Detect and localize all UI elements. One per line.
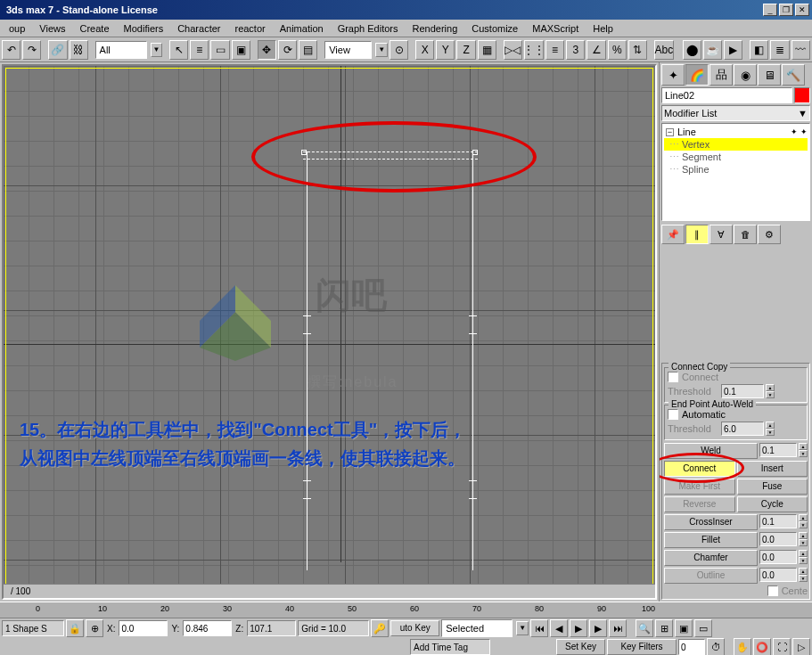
stack-subitem-segment[interactable]: Segment [664, 151, 808, 163]
threshold-spinner[interactable] [721, 384, 764, 398]
select-by-name-button[interactable]: ≡ [190, 40, 209, 60]
goto-end-button[interactable]: ⏭ [609, 619, 627, 637]
autoweld-threshold-spinner[interactable] [721, 422, 764, 436]
menu-grapheditors[interactable]: Graph Editors [331, 21, 406, 36]
key-mode-combo[interactable]: Selected [441, 619, 513, 637]
fov-button[interactable]: ▷ [792, 638, 810, 655]
restrict-z-button[interactable]: Z [456, 40, 475, 60]
minimize-button[interactable]: _ [763, 4, 777, 16]
create-tab[interactable]: ✦ [661, 64, 685, 86]
fillet-button[interactable]: Fillet [664, 532, 758, 548]
absolute-mode-button[interactable]: ⊕ [86, 619, 103, 637]
menu-maxscript[interactable]: MAXScript [525, 21, 586, 36]
menu-modifiers[interactable]: Modifiers [117, 21, 171, 36]
crossinsert-button[interactable]: CrossInser [664, 514, 758, 530]
spline-right-line[interactable] [472, 151, 473, 570]
menu-reactor[interactable]: reactor [227, 21, 272, 36]
z-coord-input[interactable] [247, 620, 296, 636]
cycle-button[interactable]: Cycle [737, 496, 808, 512]
play-button[interactable]: ▶ [570, 619, 587, 637]
angle-snap-button[interactable]: ∠ [586, 40, 605, 60]
hierarchy-tab[interactable]: 品 [709, 64, 733, 86]
material-editor-button[interactable]: ⬤ [683, 40, 701, 60]
utilities-tab[interactable]: 🔨 [782, 64, 805, 86]
mirror-button[interactable]: ▷◁ [504, 40, 522, 60]
menu-character[interactable]: Character [170, 21, 227, 36]
named-selection-button[interactable]: Abc [654, 40, 674, 60]
insert-button[interactable]: Insert [737, 461, 808, 477]
move-button[interactable]: ✥ [258, 40, 276, 60]
window-crossing-button[interactable]: ▣ [232, 40, 250, 60]
render-scene-button[interactable]: ☕ [703, 40, 722, 60]
time-slider[interactable]: 0 10 20 30 40 50 60 70 80 90 100 [0, 602, 812, 618]
select-region-button[interactable]: ▭ [210, 40, 229, 60]
close-button[interactable]: ✕ [795, 4, 809, 16]
y-coord-input[interactable] [183, 620, 232, 636]
reverse-button[interactable]: Reverse [664, 496, 735, 512]
restrict-xy-button[interactable]: ▦ [478, 40, 496, 60]
quick-render-button[interactable]: ▶ [724, 40, 742, 60]
display-tab[interactable]: 🖥 [758, 64, 781, 86]
prev-frame-button[interactable]: ◀ [550, 619, 568, 637]
collapse-icon[interactable]: − [666, 128, 674, 136]
curve-editor-button[interactable]: 〰 [791, 40, 810, 60]
modifier-stack[interactable]: − Line ✦ ✦ Vertex Segment Spline [661, 123, 810, 221]
fillet-spinner[interactable] [759, 532, 797, 546]
spinner-snap-button[interactable]: ⇅ [628, 40, 647, 60]
key-icon[interactable]: 🔑 [371, 619, 389, 637]
snap-button[interactable]: 3 [566, 40, 585, 60]
array-button[interactable]: ⋮⋮ [524, 40, 544, 60]
pin-stack-button[interactable]: 📌 [661, 225, 685, 244]
restore-button[interactable]: ❐ [779, 4, 793, 16]
menu-group[interactable]: oup [2, 21, 32, 36]
chevron-down-icon[interactable]: ▼ [516, 621, 529, 635]
restrict-y-button[interactable]: Y [436, 40, 455, 60]
next-frame-button[interactable]: ▶ [589, 619, 607, 637]
object-name-input[interactable] [661, 87, 792, 103]
current-frame-input[interactable] [678, 639, 705, 655]
menu-customize[interactable]: Customize [464, 21, 525, 36]
menu-rendering[interactable]: Rendering [406, 21, 465, 36]
link-button[interactable]: 🔗 [48, 40, 67, 60]
center-checkbox[interactable] [767, 585, 778, 596]
ref-coord-combo[interactable]: View [324, 41, 372, 59]
pan-button[interactable]: ✋ [734, 638, 751, 655]
automatic-checkbox[interactable] [668, 409, 678, 420]
modify-tab[interactable]: 🌈 [685, 64, 709, 86]
make-unique-button[interactable]: ∀ [709, 225, 733, 244]
crossinsert-spinner[interactable] [759, 514, 797, 528]
selection-filter-combo[interactable]: All [95, 41, 147, 59]
redo-button[interactable]: ↷ [22, 40, 41, 60]
percent-snap-button[interactable]: % [608, 40, 627, 60]
restrict-x-button[interactable]: X [415, 40, 434, 60]
modifier-list-combo[interactable]: Modifier List ▼ [661, 105, 810, 121]
menu-create[interactable]: Create [73, 21, 117, 36]
chamfer-button[interactable]: Chamfer [664, 550, 758, 566]
chevron-down-icon[interactable]: ▼ [151, 43, 163, 57]
configure-sets-button[interactable]: ⚙ [758, 225, 781, 244]
maximize-viewport-button[interactable]: ⛶ [773, 638, 791, 655]
x-coord-input[interactable] [119, 620, 168, 636]
motion-tab[interactable]: ◉ [734, 64, 757, 86]
time-config-button[interactable]: ⏱ [707, 638, 725, 655]
menu-animation[interactable]: Animation [273, 21, 331, 36]
object-color-swatch[interactable] [794, 87, 810, 103]
layers-button[interactable]: ≣ [770, 40, 789, 60]
connect-checkbox[interactable] [668, 372, 678, 382]
lock-selection-button[interactable]: 🔒 [66, 619, 84, 637]
stack-subitem-vertex[interactable]: Vertex [664, 138, 808, 151]
schematic-view-button[interactable]: ◧ [750, 40, 768, 60]
region-zoom-button[interactable]: ▭ [694, 619, 712, 637]
menu-views[interactable]: Views [32, 21, 72, 36]
arc-rotate-button[interactable]: ⭕ [753, 638, 771, 655]
spline-left-line[interactable] [307, 151, 308, 570]
zoom-button[interactable]: 🔍 [636, 619, 653, 637]
unlink-button[interactable]: ⛓ [70, 40, 88, 60]
show-end-result-button[interactable]: ∥ [685, 225, 709, 244]
align-button[interactable]: ≡ [545, 40, 564, 60]
add-time-tag[interactable]: Add Time Tag [410, 639, 490, 655]
undo-button[interactable]: ↶ [2, 40, 21, 60]
setkey-button[interactable]: Set Key [556, 639, 605, 655]
remove-modifier-button[interactable]: 🗑 [734, 225, 757, 244]
menu-help[interactable]: Help [586, 21, 620, 36]
